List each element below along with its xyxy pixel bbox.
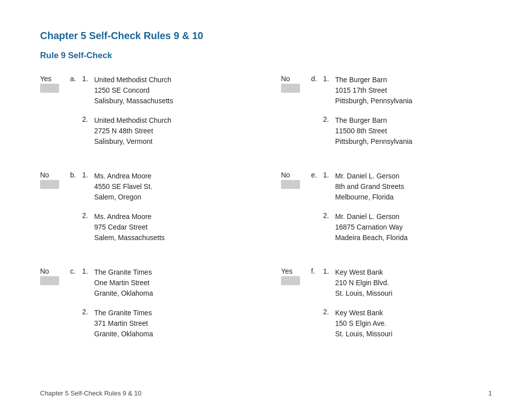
answer-badge	[281, 84, 300, 93]
address-name: United Methodist Church	[94, 115, 266, 126]
address-city: Pittsburgh, Pennsylvania	[335, 96, 492, 106]
answer-badge	[281, 276, 300, 285]
page-footer: Chapter 5 Self-Check Rules 9 & 10 1	[40, 389, 492, 397]
item-row: 1.The Granite TimesOne Martin StreetGran…	[82, 267, 266, 299]
item-address: The Granite TimesOne Martin StreetGranit…	[94, 267, 266, 299]
item-address: The Burger Barn1015 17th StreetPittsburg…	[335, 75, 492, 106]
section-block: Noc.1.The Granite TimesOne Martin Street…	[40, 267, 266, 348]
rule-title: Rule 9 Self-Check	[40, 51, 492, 61]
address-name: The Burger Barn	[335, 115, 492, 126]
address-street: 210 N Elgin Blvd.	[335, 278, 492, 288]
item-address: The Granite Times371 Martin StreetGranit…	[94, 308, 266, 339]
address-street: 975 Cedar Street	[94, 222, 266, 233]
letter-label: a.	[70, 75, 82, 83]
page-container: Chapter 5 Self-Check Rules 9 & 10 Rule 9…	[0, 0, 532, 393]
section-block: Yesa.1.United Methodist Church1250 SE Co…	[40, 75, 266, 156]
item-row: 2.Mr. Daniel L. Gerson16875 Carnation Wa…	[323, 212, 492, 243]
item-row: 1.United Methodist Church1250 SE Concord…	[82, 75, 266, 106]
answer-text: No	[281, 171, 305, 179]
address-name: United Methodist Church	[94, 75, 266, 85]
item-number: 2.	[323, 115, 335, 123]
answer-badge	[281, 180, 300, 189]
address-name: Key West Bank	[335, 308, 492, 318]
items-list: 1.Key West Bank210 N Elgin Blvd.St. Loui…	[323, 267, 492, 348]
address-name: Mr. Daniel L. Gerson	[335, 212, 492, 222]
address-street: 150 S Elgin Ave.	[335, 318, 492, 329]
address-city: St. Louis, Missouri	[335, 329, 492, 339]
item-address: Mr. Daniel L. Gerson8th and Grand Street…	[335, 171, 492, 202]
item-number: 1.	[323, 267, 335, 275]
letter-label: c.	[70, 267, 82, 275]
letter-label: b.	[70, 171, 82, 179]
item-row: 1.Ms. Andrea Moore4550 SE Flavel St.Sale…	[82, 171, 266, 202]
address-name: The Granite Times	[94, 267, 266, 278]
letter-label: d.	[311, 75, 323, 83]
answer-badge	[40, 276, 59, 285]
address-name: Mr. Daniel L. Gerson	[335, 171, 492, 181]
address-name: Ms. Andrea Moore	[94, 212, 266, 222]
right-column: Nod.1.The Burger Barn1015 17th StreetPit…	[266, 75, 492, 363]
item-row: 1.Mr. Daniel L. Gerson8th and Grand Stre…	[323, 171, 492, 202]
address-street: 371 Martin Street	[94, 318, 266, 329]
address-city: St. Louis, Missouri	[335, 288, 492, 299]
letter-label: f.	[311, 267, 323, 275]
items-list: 1.United Methodist Church1250 SE Concord…	[82, 75, 266, 156]
items-list: 1.The Burger Barn1015 17th StreetPittsbu…	[323, 75, 492, 156]
section-block: Nod.1.The Burger Barn1015 17th StreetPit…	[281, 75, 492, 156]
item-row: 2.United Methodist Church2725 N 48th Str…	[82, 115, 266, 147]
address-name: Ms. Andrea Moore	[94, 171, 266, 181]
section-block: Nob.1.Ms. Andrea Moore4550 SE Flavel St.…	[40, 171, 266, 252]
address-city: Melbourne, Florida	[335, 192, 492, 202]
address-name: Key West Bank	[335, 267, 492, 278]
footer-left: Chapter 5 Self-Check Rules 9 & 10	[40, 389, 141, 397]
item-address: Mr. Daniel L. Gerson16875 Carnation WayM…	[335, 212, 492, 243]
answer-badge	[40, 180, 59, 189]
address-city: Granite, Oklahoma	[94, 288, 266, 299]
item-number: 2.	[323, 212, 335, 220]
section-block: Yesf.1.Key West Bank210 N Elgin Blvd.St.…	[281, 267, 492, 348]
address-city: Salisbury, Vermont	[94, 136, 266, 147]
item-address: United Methodist Church2725 N 48th Stree…	[94, 115, 266, 147]
address-street: 11500 8th Street	[335, 126, 492, 136]
item-number: 1.	[82, 171, 94, 179]
address-city: Granite, Oklahoma	[94, 329, 266, 339]
chapter-title: Chapter 5 Self-Check Rules 9 & 10	[40, 30, 492, 42]
answer-text: Yes	[40, 75, 64, 83]
item-address: The Burger Barn11500 8th StreetPittsburg…	[335, 115, 492, 147]
items-list: 1.Ms. Andrea Moore4550 SE Flavel St.Sale…	[82, 171, 266, 252]
answer-text: No	[40, 171, 64, 179]
item-row: 2.Ms. Andrea Moore975 Cedar StreetSalem,…	[82, 212, 266, 243]
address-street: One Martin Street	[94, 278, 266, 288]
address-street: 4550 SE Flavel St.	[94, 181, 266, 192]
items-list: 1.Mr. Daniel L. Gerson8th and Grand Stre…	[323, 171, 492, 252]
item-number: 2.	[323, 308, 335, 316]
answer-text: No	[40, 267, 64, 275]
address-city: Pittsburgh, Pennsylvania	[335, 136, 492, 147]
items-list: 1.The Granite TimesOne Martin StreetGran…	[82, 267, 266, 348]
letter-label: e.	[311, 171, 323, 179]
item-row: 2.Key West Bank150 S Elgin Ave.St. Louis…	[323, 308, 492, 339]
address-street: 8th and Grand Streets	[335, 181, 492, 192]
item-row: 1.Key West Bank210 N Elgin Blvd.St. Loui…	[323, 267, 492, 299]
item-address: Ms. Andrea Moore975 Cedar StreetSalem, M…	[94, 212, 266, 243]
address-city: Salem, Oregon	[94, 192, 266, 202]
address-name: The Burger Barn	[335, 75, 492, 85]
item-address: Ms. Andrea Moore4550 SE Flavel St.Salem,…	[94, 171, 266, 202]
address-street: 16875 Carnation Way	[335, 222, 492, 233]
footer-right: 1	[488, 389, 492, 397]
item-row: 1.The Burger Barn1015 17th StreetPittsbu…	[323, 75, 492, 106]
address-street: 1015 17th Street	[335, 85, 492, 96]
item-address: Key West Bank150 S Elgin Ave.St. Louis, …	[335, 308, 492, 339]
address-street: 2725 N 48th Street	[94, 126, 266, 136]
answer-badge	[40, 84, 59, 93]
address-city: Salem, Massachusetts	[94, 233, 266, 243]
item-address: United Methodist Church1250 SE ConcordSa…	[94, 75, 266, 106]
item-row: 2.The Granite Times371 Martin StreetGran…	[82, 308, 266, 339]
item-number: 1.	[323, 75, 335, 83]
item-number: 1.	[323, 171, 335, 179]
item-number: 2.	[82, 115, 94, 123]
item-number: 1.	[82, 267, 94, 275]
left-column: Yesa.1.United Methodist Church1250 SE Co…	[40, 75, 266, 363]
item-number: 2.	[82, 212, 94, 220]
answer-text: No	[281, 75, 305, 83]
